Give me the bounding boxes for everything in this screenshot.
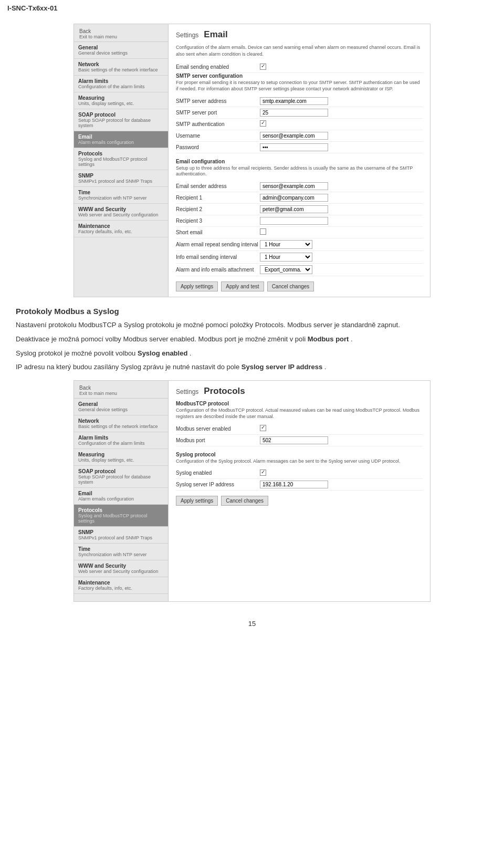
sidebar-item-protocols[interactable]: Protocols Syslog and ModbusTCP protocol … bbox=[74, 148, 168, 170]
proto-sidebar-item-protocols[interactable]: Protocols Syslog and ModbusTCP protocol … bbox=[74, 505, 168, 527]
prose-p2-text: Deaktivace je možná pomocí volby Modbus … bbox=[16, 335, 196, 343]
recipient2-row: Recipient 2 bbox=[176, 204, 423, 215]
protocols-back-sub: Exit to main menu bbox=[79, 391, 163, 396]
proto-sidebar-item-measuring[interactable]: Measuring Units, display settings, etc. bbox=[74, 449, 168, 466]
modbus-port-label: Modbus port bbox=[176, 437, 260, 443]
proto-sidebar-item-network[interactable]: Network Basic settings of the network in… bbox=[74, 415, 168, 432]
syslog-enabled-label: Syslog enabled bbox=[176, 470, 260, 476]
smtp-server-address-row: SMTP server address bbox=[176, 96, 423, 107]
proto-sidebar-item-alarm[interactable]: Alarm limits Configuration of the alarm … bbox=[74, 432, 168, 449]
syslog-enabled-row: Syslog enabled bbox=[176, 467, 423, 479]
sidebar-item-www[interactable]: WWW and Security Web server and Security… bbox=[74, 204, 168, 221]
proto-sidebar-item-www[interactable]: WWW and Security Web server and Security… bbox=[74, 560, 168, 577]
protocols-panel-header: Settings Protocols bbox=[176, 386, 423, 397]
sidebar-item-snmp[interactable]: SNMP SNMPv1 protocol and SNMP Traps bbox=[74, 170, 168, 187]
proto-apply-button[interactable]: Apply settings bbox=[176, 496, 218, 506]
modbus-enabled-checkbox[interactable] bbox=[260, 425, 266, 431]
short-email-row: Short email bbox=[176, 227, 423, 238]
info-interval-select[interactable]: 1 Hour bbox=[260, 253, 312, 262]
sidebar-back-email[interactable]: Back Exit to main menu bbox=[74, 24, 168, 42]
recipient1-label: Recipient 1 bbox=[176, 195, 260, 201]
proto-settings-label: Settings bbox=[176, 388, 198, 395]
recipient3-input[interactable] bbox=[260, 217, 328, 225]
protocols-panel-title: Protocols bbox=[204, 386, 245, 397]
syslog-section-title: Syslog protocol bbox=[176, 452, 423, 457]
apply-test-button[interactable]: Apply and test bbox=[221, 281, 264, 291]
modbus-enabled-row: Modbus server enabled bbox=[176, 423, 423, 435]
attachment-label: Alarm and info emails attachment bbox=[176, 267, 260, 273]
attachment-select[interactable]: Export_comma.csv bbox=[260, 265, 312, 274]
smtp-section-desc: For proper email sending it is necessary… bbox=[176, 80, 423, 92]
proto-sidebar-item-general[interactable]: General General device settings bbox=[74, 399, 168, 415]
recipient2-input[interactable] bbox=[260, 205, 328, 213]
sidebar-item-maintenance[interactable]: Maintenance Factory defaults, info, etc. bbox=[74, 221, 168, 237]
recipient3-label: Recipient 3 bbox=[176, 218, 260, 224]
prose-p3-pre: Modbus port je možné změnit v poli bbox=[198, 335, 308, 343]
sidebar-item-measuring[interactable]: Measuring Units, display settings, etc. bbox=[74, 92, 168, 109]
prose-p5-pre: IP adresu na který budou zasílány Syslog… bbox=[16, 363, 242, 371]
email-enabled-label: Email sending enabled bbox=[176, 64, 260, 70]
email-ui-inner: Back Exit to main menu General General d… bbox=[74, 24, 430, 297]
modbus-port-row: Modbus port bbox=[176, 435, 423, 446]
proto-sidebar-item-email[interactable]: Email Alarm emails configuration bbox=[74, 488, 168, 505]
sender-address-input[interactable] bbox=[260, 182, 328, 190]
prose-p1-text: Nastavení protokolu ModbusTCP a Syslog p… bbox=[16, 321, 400, 329]
info-interval-label: Info email sending interval bbox=[176, 254, 260, 260]
smtp-server-address-label: SMTP server address bbox=[176, 98, 260, 104]
alarm-repeat-row: Alarm email repeat sending interval 1 Ho… bbox=[176, 238, 423, 251]
smtp-server-address-input[interactable] bbox=[260, 97, 328, 105]
modbus-port-input[interactable] bbox=[260, 436, 328, 444]
modbus-section: ModbusTCP protocol Configuration of the … bbox=[176, 401, 423, 446]
cancel-changes-button[interactable]: Cancel changes bbox=[267, 281, 314, 291]
page-number: 15 bbox=[0, 609, 504, 633]
proto-sidebar-item-time[interactable]: Time Synchronization with NTP server bbox=[74, 544, 168, 560]
sender-address-row: Email sender address bbox=[176, 181, 423, 192]
short-email-value bbox=[260, 228, 423, 236]
proto-sidebar-item-snmp[interactable]: SNMP SNMPv1 protocol and SNMP Traps bbox=[74, 527, 168, 544]
protocols-sidebar-back[interactable]: Back Exit to main menu bbox=[74, 381, 168, 399]
modbus-enabled-value bbox=[260, 425, 423, 432]
username-value bbox=[260, 132, 423, 140]
sender-address-value bbox=[260, 182, 423, 190]
syslog-ip-row: Syslog server IP address bbox=[176, 479, 423, 491]
apply-settings-button[interactable]: Apply settings bbox=[176, 281, 218, 291]
short-email-checkbox[interactable] bbox=[260, 228, 266, 235]
email-enabled-value bbox=[260, 64, 423, 71]
smtp-port-row: SMTP server port bbox=[176, 107, 423, 119]
back-label: Back bbox=[79, 28, 163, 34]
recipient3-value bbox=[260, 217, 423, 225]
sidebar-item-network[interactable]: Network Basic settings of the network in… bbox=[74, 59, 168, 76]
smtp-port-input[interactable] bbox=[260, 109, 328, 117]
username-input[interactable] bbox=[260, 132, 328, 140]
sidebar-item-alarm[interactable]: Alarm limits Configuration of the alarm … bbox=[74, 76, 168, 92]
email-config-desc: Setup up to three address for email reci… bbox=[176, 165, 423, 178]
recipient2-value bbox=[260, 205, 423, 213]
password-value bbox=[260, 143, 423, 151]
syslog-section-desc: Configuration of the Syslog protocol. Al… bbox=[176, 458, 423, 465]
proto-sidebar-item-maintenance[interactable]: Maintenance Factory defaults, info, etc. bbox=[74, 577, 168, 594]
sidebar-item-time[interactable]: Time Synchronization with NTP server bbox=[74, 187, 168, 204]
recipient1-input[interactable] bbox=[260, 194, 328, 202]
syslog-enabled-checkbox[interactable] bbox=[260, 470, 266, 476]
settings-label: Settings bbox=[176, 32, 198, 39]
protocols-panel-main: Settings Protocols ModbusTCP protocol Co… bbox=[169, 381, 430, 601]
proto-cancel-button[interactable]: Cancel changes bbox=[221, 496, 268, 506]
protocols-ui-inner: Back Exit to main menu General General d… bbox=[74, 381, 430, 601]
syslog-ip-input[interactable] bbox=[260, 481, 328, 488]
smtp-section: SMTP server configuration For proper ema… bbox=[176, 73, 423, 153]
sidebar-item-general[interactable]: General General device settings bbox=[74, 42, 168, 59]
protocols-sidebar: Back Exit to main menu General General d… bbox=[74, 381, 169, 601]
email-enabled-checkbox[interactable] bbox=[260, 64, 266, 70]
email-panel-header: Settings Email bbox=[176, 29, 423, 40]
smtp-auth-checkbox[interactable] bbox=[260, 120, 266, 127]
proto-sidebar-item-soap[interactable]: SOAP protocol Setup SOAP protocol for da… bbox=[74, 466, 168, 488]
username-row: Username bbox=[176, 130, 423, 142]
sidebar-item-soap[interactable]: SOAP protocol Setup SOAP protocol for da… bbox=[74, 109, 168, 131]
password-input[interactable] bbox=[260, 143, 328, 151]
alarm-repeat-select[interactable]: 1 Hour bbox=[260, 240, 312, 249]
sidebar-item-email[interactable]: Email Alarm emails configuration bbox=[74, 131, 168, 148]
document-title: I-SNC-Tx6xx-01 bbox=[7, 4, 57, 12]
prose-p4-bold: Syslog enabled bbox=[138, 349, 187, 357]
page-header: I-SNC-Tx6xx-01 bbox=[0, 0, 504, 16]
email-panel-desc: Configuration of the alarm emails. Devic… bbox=[176, 44, 423, 57]
